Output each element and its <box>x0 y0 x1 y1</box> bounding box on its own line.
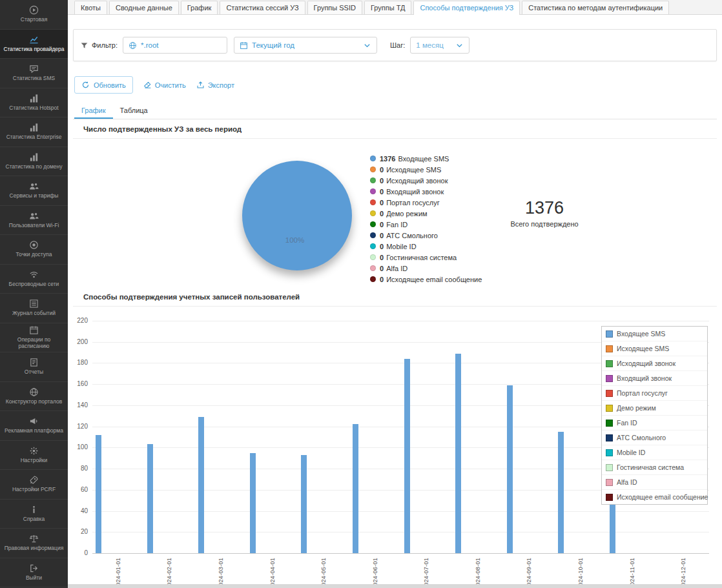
y-axis-label: 100 <box>73 443 88 451</box>
sidebar-item-access-points[interactable]: Точки доступа <box>0 235 68 265</box>
legend-value: 0 <box>380 243 384 250</box>
legend-dot <box>370 221 376 227</box>
sidebar-item-start[interactable]: Стартовая <box>0 0 68 30</box>
legend-dot <box>370 167 376 172</box>
line-chart-icon <box>29 35 39 45</box>
funnel-icon <box>80 41 88 50</box>
sms-icon <box>29 64 39 74</box>
sidebar-item-hotspot-statistics[interactable]: Статистика Hotspot <box>0 88 68 118</box>
sidebar-item-services-tariffs[interactable]: Сервисы и тарифы <box>0 176 68 206</box>
legend-item[interactable]: Alfa ID <box>602 475 707 490</box>
x-axis-label: 2024-11-01 <box>628 558 636 584</box>
legend-label: Mobile ID <box>386 243 416 250</box>
tab-ssid-groups[interactable]: Группы SSID <box>307 1 362 14</box>
tab-account-confirmation-methods[interactable]: Способы подтверждения УЗ <box>413 1 520 15</box>
legend-item[interactable]: АТС Смольного <box>602 431 707 445</box>
y-axis-label: 40 <box>73 507 88 514</box>
legend-value: 0 <box>380 166 384 174</box>
pie-legend-item[interactable]: 0Демо режим <box>370 208 502 219</box>
legend-label: Исходящее email сообщение <box>617 493 708 501</box>
refresh-button[interactable]: Обновить <box>74 76 133 94</box>
bar-2024-02-01[interactable] <box>147 444 153 553</box>
tab-ap-groups[interactable]: Группы ТД <box>364 1 412 14</box>
legend-item[interactable]: Исходящее SMS <box>602 341 707 356</box>
bar-2024-03-01[interactable] <box>198 417 204 553</box>
legend-item[interactable]: Входящее SMS <box>602 327 707 341</box>
pie-legend-item[interactable]: 1376Входящее SMS <box>370 153 502 164</box>
step-select[interactable]: 1 месяц <box>410 37 469 54</box>
filter-input[interactable]: *.root <box>123 37 227 54</box>
info-icon <box>29 505 39 514</box>
tab-chart-view[interactable]: График <box>74 103 113 119</box>
sidebar-item-wifi-users[interactable]: Пользователи Wi-Fi <box>0 206 68 236</box>
legend-item[interactable]: Портал госуслуг <box>602 386 707 401</box>
sidebar-item-settings[interactable]: Настройки <box>0 441 68 471</box>
megaphone-icon <box>29 416 39 426</box>
legend-item[interactable]: Mobile ID <box>602 445 707 460</box>
tab-account-sessions-statistics[interactable]: Статистика сессий УЗ <box>220 1 305 14</box>
sidebar-item-enterprise-statistics[interactable]: Статистика Enterprise <box>0 117 68 147</box>
tab-quotas[interactable]: Квоты <box>74 1 107 14</box>
sidebar-item-label: Стартовая <box>19 17 49 23</box>
bar-2024-01-01[interactable] <box>96 435 101 553</box>
bar-2024-06-01[interactable] <box>353 424 358 553</box>
sidebar-item-help[interactable]: Справка <box>0 500 68 529</box>
clear-button[interactable]: Очистить <box>143 81 186 89</box>
period-select[interactable]: Текущий год <box>234 37 377 54</box>
bar-2024-10-01[interactable] <box>558 432 564 553</box>
sidebar-item-logout[interactable]: Выйти <box>0 558 68 588</box>
bar-2024-08-01[interactable] <box>455 354 461 553</box>
legend-swatch <box>606 494 613 501</box>
pie-legend-item[interactable]: 0Входящий звонок <box>370 186 502 197</box>
legend-label: Гостиничная система <box>617 463 684 471</box>
sidebar-item-legal-info[interactable]: Правовая информация <box>0 529 68 558</box>
view-tabs: ГрафикТаблица <box>73 103 717 119</box>
pie-legend-item[interactable]: 0АТС Смольного <box>370 230 502 241</box>
sidebar-item-provider-statistics[interactable]: Статистика провайдера <box>0 30 68 59</box>
sidebar-item-domain-statistics[interactable]: Статистика по домену <box>0 147 68 177</box>
legend-swatch <box>606 390 613 397</box>
legend-item[interactable]: Демо режим <box>602 401 707 416</box>
sidebar-item-event-log[interactable]: Журнал событий <box>0 294 68 323</box>
legend-item[interactable]: Исходящий звонок <box>602 356 707 371</box>
bar-2024-04-01[interactable] <box>250 453 256 553</box>
bar-2024-07-01[interactable] <box>404 359 410 553</box>
legend-value: 0 <box>380 232 384 239</box>
sidebar-item-sms-statistics[interactable]: Статистика SMS <box>0 59 68 88</box>
tab-table-view[interactable]: Таблица <box>113 103 155 119</box>
tab-auth-methods-statistics[interactable]: Статистика по методам аутентификации <box>522 1 669 14</box>
pie-legend: 1376Входящее SMS0Исходящее SMS0Исходящий… <box>370 153 502 287</box>
legend-dot <box>370 276 376 282</box>
pie-legend-item[interactable]: 0Alfa ID <box>370 263 502 274</box>
sidebar-item-label: Статистика по домену <box>4 164 65 170</box>
legend-item[interactable]: Исходящее email сообщение <box>602 490 707 504</box>
legend-item[interactable]: Fan ID <box>602 416 707 431</box>
legend-label: Mobile ID <box>617 449 645 456</box>
tab-summary-data[interactable]: Сводные данные <box>109 1 179 14</box>
bar-chart: 0204060801001201401601802002202024-01-01… <box>73 309 717 584</box>
legend-swatch <box>606 420 613 427</box>
gridline <box>92 321 709 321</box>
sidebar-item-ad-platform[interactable]: Рекламная платформа <box>0 411 68 441</box>
pie-legend-item[interactable]: 0Mobile ID <box>370 241 502 252</box>
sidebar-item-pcrf-settings[interactable]: Настройки PCRF <box>0 470 68 500</box>
tab-chart[interactable]: График <box>181 1 218 14</box>
legend-item[interactable]: Входящий звонок <box>602 371 707 386</box>
sidebar-item-portal-constructor[interactable]: Конструктор порталов <box>0 382 68 412</box>
pie-legend-item[interactable]: 0Гостиничная система <box>370 252 502 263</box>
legend-item[interactable]: Гостиничная система <box>602 460 707 475</box>
pie-legend-item[interactable]: 0Исходящее SMS <box>370 164 502 175</box>
sidebar-item-reports[interactable]: Отчеты <box>0 352 68 382</box>
pie-legend-item[interactable]: 0Fan ID <box>370 219 502 230</box>
bar-2024-05-01[interactable] <box>301 455 307 553</box>
pie-legend-item[interactable]: 0Исходящий звонок <box>370 175 502 186</box>
pie-legend-item[interactable]: 0Исходящее email сообщение <box>370 274 502 285</box>
sidebar-item-scheduled-operations[interactable]: Операции по расписанию <box>0 323 68 353</box>
sidebar-item-label: Точки доступа <box>14 252 54 258</box>
pie-legend-item[interactable]: 0Портал госуслуг <box>370 197 502 208</box>
x-axis-label: 2024-04-01 <box>269 558 276 584</box>
bar-2024-09-01[interactable] <box>507 385 513 553</box>
export-button[interactable]: Экспорт <box>196 81 234 89</box>
pie-slice[interactable]: 100% <box>242 161 352 270</box>
sidebar-item-wireless-networks[interactable]: Беспроводные сети <box>0 265 68 294</box>
